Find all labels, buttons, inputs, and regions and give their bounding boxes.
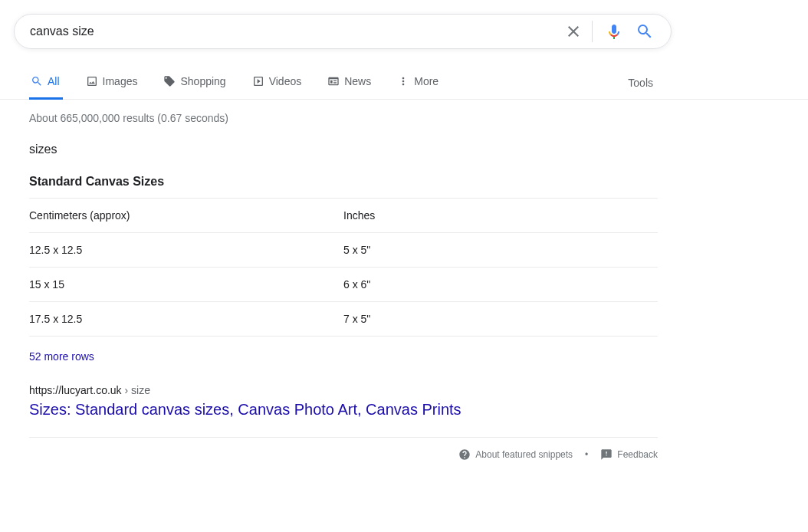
cell-in: 7 x 5" [343,302,658,337]
table-row: 17.5 x 12.5 7 x 5" [29,302,658,337]
tab-all-label: All [48,75,60,87]
cite-domain: https://lucyart.co.uk [29,384,122,396]
search-icon[interactable] [629,16,660,47]
about-snippets-label: About featured snippets [475,449,573,460]
tab-news-label: News [344,75,371,87]
tools-button[interactable]: Tools [628,77,653,89]
tab-videos-label: Videos [269,75,302,87]
more-rows-link[interactable]: 52 more rows [29,350,94,363]
tab-shopping-label: Shopping [180,75,225,87]
table-row: 12.5 x 12.5 5 x 5" [29,233,658,268]
snippet-caption: sizes [29,143,658,156]
snippet-title: Standard Canvas Sizes [29,175,658,189]
voice-search-icon[interactable] [599,16,629,47]
snippet-table: Centimeters (approx) Inches 12.5 x 12.5 … [29,198,658,337]
tab-all[interactable]: All [29,66,63,100]
feedback-icon [600,448,613,461]
separator-dot: • [585,449,588,460]
tab-news[interactable]: News [326,66,374,100]
about-snippets-link[interactable]: About featured snippets [458,448,573,461]
cell-cm: 12.5 x 12.5 [29,233,343,268]
result-title-link[interactable]: Sizes: Standard canvas sizes, Canvas Pho… [29,401,658,419]
tab-images[interactable]: Images [84,66,141,100]
cell-cm: 17.5 x 12.5 [29,302,343,337]
table-header-in: Inches [343,199,658,233]
tab-more[interactable]: More [396,66,442,100]
divider [592,21,593,42]
search-input[interactable] [30,25,558,38]
tab-videos[interactable]: Videos [251,66,305,100]
cell-in: 5 x 5" [343,233,658,268]
search-bar [14,14,672,49]
help-icon [458,448,471,461]
cell-cm: 15 x 15 [29,268,343,302]
feedback-link[interactable]: Feedback [600,448,658,461]
result-stats: About 665,000,000 results (0.67 seconds) [29,112,658,124]
clear-icon[interactable] [558,16,589,47]
cell-in: 6 x 6" [343,268,658,302]
cite-path: › size [122,384,150,396]
tab-more-label: More [414,75,438,87]
table-header-cm: Centimeters (approx) [29,199,343,233]
feedback-label: Feedback [617,449,658,460]
tabs: All Images Shopping Videos News More Too… [0,66,808,100]
tab-shopping[interactable]: Shopping [162,66,228,100]
tab-images-label: Images [103,75,138,87]
result-cite: https://lucyart.co.uk › size [29,384,658,396]
table-row: 15 x 15 6 x 6" [29,268,658,302]
